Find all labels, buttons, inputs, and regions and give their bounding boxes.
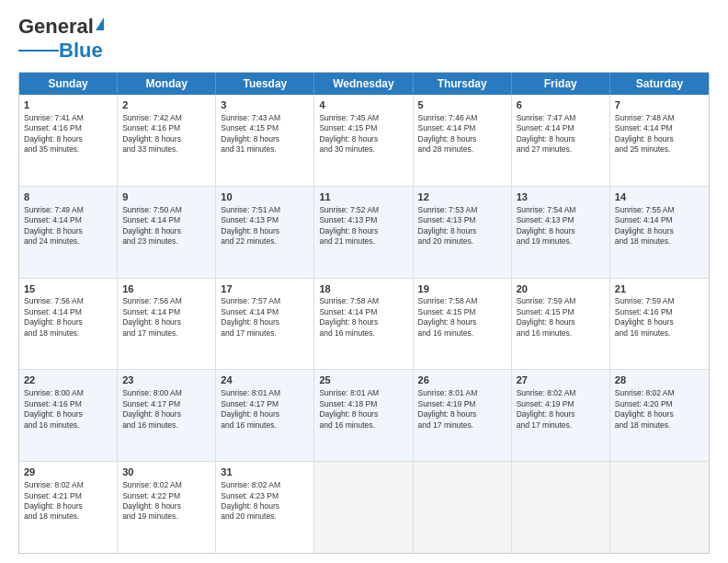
day-number-12: 12	[418, 190, 506, 204]
day-25-line-1: Sunset: 4:18 PM	[319, 399, 407, 409]
day-cell-19: 19Sunrise: 7:58 AMSunset: 4:15 PMDayligh…	[414, 279, 512, 370]
day-5-line-1: Sunset: 4:14 PM	[418, 123, 506, 133]
header-friday: Friday	[512, 73, 610, 95]
day-14-line-0: Sunrise: 7:55 AM	[615, 205, 704, 215]
day-19-line-2: Daylight: 8 hours	[418, 317, 506, 327]
day-cell-31: 31Sunrise: 8:02 AMSunset: 4:23 PMDayligh…	[216, 462, 314, 553]
day-11-line-1: Sunset: 4:13 PM	[319, 215, 407, 225]
day-13-line-1: Sunset: 4:13 PM	[517, 215, 605, 225]
day-2-line-2: Daylight: 8 hours	[122, 134, 210, 144]
day-9-line-0: Sunrise: 7:50 AM	[122, 205, 210, 215]
day-7-line-0: Sunrise: 7:48 AM	[615, 113, 704, 123]
day-9-line-3: and 23 minutes.	[122, 236, 210, 247]
day-number-30: 30	[122, 465, 210, 479]
day-cell-15: 15Sunrise: 7:56 AMSunset: 4:14 PMDayligh…	[19, 279, 118, 370]
day-7-line-2: Daylight: 8 hours	[615, 134, 704, 144]
day-4-line-1: Sunset: 4:15 PM	[319, 123, 407, 133]
header-monday: Monday	[118, 73, 216, 95]
day-26-line-2: Daylight: 8 hours	[418, 409, 506, 419]
day-9-line-1: Sunset: 4:14 PM	[122, 215, 210, 225]
day-22-line-3: and 16 minutes.	[24, 420, 112, 431]
calendar-body: 1Sunrise: 7:41 AMSunset: 4:16 PMDaylight…	[19, 95, 709, 553]
day-number-23: 23	[122, 373, 210, 387]
day-29-line-1: Sunset: 4:21 PM	[24, 491, 112, 501]
day-16-line-3: and 17 minutes.	[122, 328, 210, 339]
week-row-1: 1Sunrise: 7:41 AMSunset: 4:16 PMDaylight…	[19, 95, 709, 187]
day-22-line-1: Sunset: 4:16 PM	[24, 399, 112, 409]
day-21-line-1: Sunset: 4:16 PM	[615, 307, 704, 317]
day-12-line-1: Sunset: 4:13 PM	[418, 215, 506, 225]
day-number-28: 28	[615, 373, 704, 387]
day-cell-10: 10Sunrise: 7:51 AMSunset: 4:13 PMDayligh…	[216, 187, 314, 278]
day-31-line-3: and 20 minutes.	[221, 511, 309, 522]
empty-cell-4-5	[512, 462, 610, 553]
day-13-line-2: Daylight: 8 hours	[517, 226, 605, 236]
day-cell-23: 23Sunrise: 8:00 AMSunset: 4:17 PMDayligh…	[118, 370, 216, 461]
day-13-line-3: and 19 minutes.	[517, 236, 605, 247]
day-number-13: 13	[517, 190, 605, 204]
day-17-line-2: Daylight: 8 hours	[221, 317, 309, 327]
day-cell-18: 18Sunrise: 7:58 AMSunset: 4:14 PMDayligh…	[314, 279, 413, 370]
day-number-6: 6	[517, 98, 605, 112]
header-wednesday: Wednesday	[314, 73, 413, 95]
day-number-25: 25	[319, 373, 407, 387]
day-cell-13: 13Sunrise: 7:54 AMSunset: 4:13 PMDayligh…	[512, 187, 610, 278]
day-20-line-2: Daylight: 8 hours	[517, 317, 605, 327]
day-2-line-0: Sunrise: 7:42 AM	[122, 113, 210, 123]
day-6-line-0: Sunrise: 7:47 AM	[517, 113, 605, 123]
day-5-line-3: and 28 minutes.	[418, 144, 506, 155]
logo-flag-icon	[96, 17, 104, 30]
day-cell-28: 28Sunrise: 8:02 AMSunset: 4:20 PMDayligh…	[610, 370, 709, 461]
day-23-line-0: Sunrise: 8:00 AM	[122, 388, 210, 398]
day-3-line-1: Sunset: 4:15 PM	[221, 123, 309, 133]
header-tuesday: Tuesday	[216, 73, 314, 95]
day-1-line-1: Sunset: 4:16 PM	[24, 123, 112, 133]
day-11-line-0: Sunrise: 7:52 AM	[319, 205, 407, 215]
day-2-line-1: Sunset: 4:16 PM	[122, 123, 210, 133]
day-4-line-3: and 30 minutes.	[319, 144, 407, 155]
day-14-line-2: Daylight: 8 hours	[615, 226, 704, 236]
day-8-line-3: and 24 minutes.	[24, 236, 112, 247]
day-26-line-3: and 17 minutes.	[418, 420, 506, 431]
day-7-line-1: Sunset: 4:14 PM	[615, 123, 704, 133]
day-24-line-2: Daylight: 8 hours	[221, 409, 309, 419]
calendar-header: Sunday Monday Tuesday Wednesday Thursday…	[19, 73, 709, 95]
day-1-line-3: and 35 minutes.	[24, 144, 112, 155]
day-19-line-1: Sunset: 4:15 PM	[418, 307, 506, 317]
day-16-line-0: Sunrise: 7:56 AM	[122, 296, 210, 306]
day-31-line-0: Sunrise: 8:02 AM	[221, 480, 309, 490]
day-4-line-0: Sunrise: 7:45 AM	[319, 113, 407, 123]
day-18-line-2: Daylight: 8 hours	[319, 317, 407, 327]
day-cell-6: 6Sunrise: 7:47 AMSunset: 4:14 PMDaylight…	[512, 95, 610, 186]
day-21-line-2: Daylight: 8 hours	[615, 317, 704, 327]
day-30-line-3: and 19 minutes.	[122, 511, 210, 522]
day-11-line-3: and 21 minutes.	[319, 236, 407, 247]
day-number-11: 11	[319, 190, 407, 204]
week-row-4: 22Sunrise: 8:00 AMSunset: 4:16 PMDayligh…	[19, 370, 709, 462]
day-cell-20: 20Sunrise: 7:59 AMSunset: 4:15 PMDayligh…	[512, 279, 610, 370]
day-cell-21: 21Sunrise: 7:59 AMSunset: 4:16 PMDayligh…	[610, 279, 709, 370]
day-9-line-2: Daylight: 8 hours	[122, 226, 210, 236]
day-cell-4: 4Sunrise: 7:45 AMSunset: 4:15 PMDaylight…	[314, 95, 413, 186]
day-18-line-0: Sunrise: 7:58 AM	[319, 296, 407, 306]
day-29-line-2: Daylight: 8 hours	[24, 501, 112, 511]
day-14-line-3: and 18 minutes.	[615, 236, 704, 247]
day-19-line-3: and 16 minutes.	[418, 328, 506, 339]
week-row-2: 8Sunrise: 7:49 AMSunset: 4:14 PMDaylight…	[19, 187, 709, 279]
logo-combined: General	[18, 15, 104, 39]
day-30-line-2: Daylight: 8 hours	[122, 501, 210, 511]
day-cell-29: 29Sunrise: 8:02 AMSunset: 4:21 PMDayligh…	[19, 462, 118, 553]
day-27-line-1: Sunset: 4:19 PM	[517, 399, 605, 409]
day-28-line-1: Sunset: 4:20 PM	[615, 399, 704, 409]
day-12-line-3: and 20 minutes.	[418, 236, 506, 247]
day-26-line-0: Sunrise: 8:01 AM	[418, 388, 506, 398]
header-sunday: Sunday	[19, 73, 118, 95]
empty-cell-4-6	[610, 462, 709, 553]
empty-cell-4-3	[314, 462, 413, 553]
day-cell-30: 30Sunrise: 8:02 AMSunset: 4:22 PMDayligh…	[118, 462, 216, 553]
day-cell-22: 22Sunrise: 8:00 AMSunset: 4:16 PMDayligh…	[19, 370, 118, 461]
day-number-4: 4	[319, 98, 407, 112]
week-row-5: 29Sunrise: 8:02 AMSunset: 4:21 PMDayligh…	[19, 462, 709, 553]
day-number-3: 3	[221, 98, 309, 112]
day-21-line-3: and 16 minutes.	[615, 328, 704, 339]
